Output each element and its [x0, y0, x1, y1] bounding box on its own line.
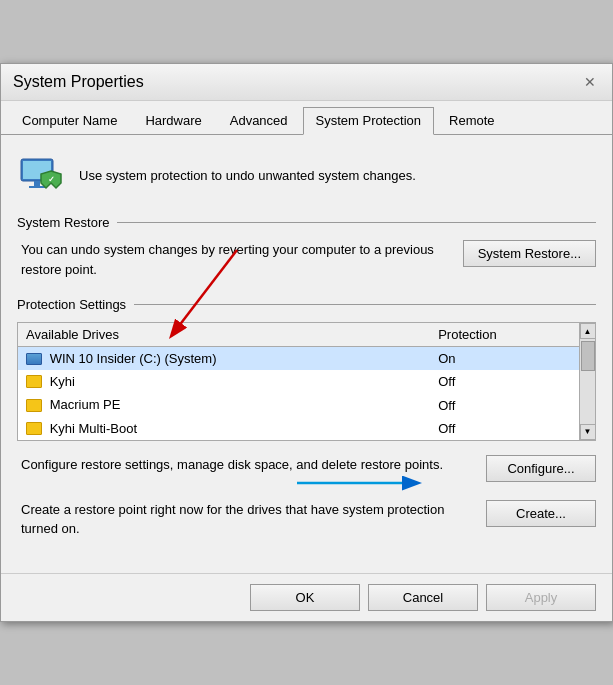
folder-icon [26, 375, 42, 388]
system-restore-desc: You can undo system changes by reverting… [21, 240, 447, 279]
tab-system-protection[interactable]: System Protection [303, 107, 435, 135]
col-drives: Available Drives [18, 323, 430, 347]
svg-rect-3 [29, 186, 45, 188]
info-banner: ✓ Use system protection to undo unwanted… [17, 151, 596, 199]
svg-rect-2 [34, 181, 40, 186]
scroll-thumb[interactable] [581, 341, 595, 371]
configure-desc: Configure restore settings, manage disk … [21, 455, 470, 475]
drive-protection: Off [430, 417, 579, 440]
table-row[interactable]: Kyhi Multi-Boot Off [18, 417, 579, 440]
system-protection-icon: ✓ [17, 151, 65, 199]
system-restore-body: You can undo system changes by reverting… [17, 240, 596, 279]
create-button[interactable]: Create... [486, 500, 596, 527]
table-row[interactable]: WIN 10 Insider (C:) (System) On [18, 347, 579, 371]
tab-bar: Computer Name Hardware Advanced System P… [1, 101, 612, 135]
configure-section: Configure restore settings, manage disk … [17, 455, 596, 482]
configure-button[interactable]: Configure... [486, 455, 596, 482]
tab-content: ✓ Use system protection to undo unwanted… [1, 135, 612, 572]
create-desc: Create a restore point right now for the… [21, 500, 470, 539]
table-row[interactable]: Macrium PE Off [18, 393, 579, 416]
system-restore-button[interactable]: System Restore... [463, 240, 596, 267]
col-protection: Protection [430, 323, 579, 347]
system-restore-divider [117, 222, 596, 223]
drive-protection: Off [430, 370, 579, 393]
close-button[interactable]: ✕ [580, 72, 600, 92]
drive-protection: On [430, 347, 579, 371]
apply-button[interactable]: Apply [486, 584, 596, 611]
ok-button[interactable]: OK [250, 584, 360, 611]
system-restore-title: System Restore [17, 215, 109, 230]
system-restore-header: System Restore [17, 215, 596, 230]
vertical-scrollbar[interactable]: ▲ ▼ [579, 323, 595, 439]
drives-table-container: Available Drives Protection WIN 10 Insid… [17, 322, 596, 440]
window-title: System Properties [13, 73, 144, 91]
tab-advanced[interactable]: Advanced [217, 107, 301, 134]
protection-settings-header: Protection Settings [17, 297, 596, 312]
drives-table: Available Drives Protection WIN 10 Insid… [18, 323, 579, 439]
scroll-track[interactable] [580, 339, 595, 423]
footer-buttons: OK Cancel Apply [1, 573, 612, 621]
scroll-up-arrow[interactable]: ▲ [580, 323, 596, 339]
create-section: Create a restore point right now for the… [17, 500, 596, 539]
hdd-icon [26, 353, 42, 365]
svg-text:✓: ✓ [48, 175, 55, 184]
table-row[interactable]: Kyhi Off [18, 370, 579, 393]
title-bar: System Properties ✕ [1, 64, 612, 101]
system-properties-window: System Properties ✕ Computer Name Hardwa… [0, 63, 613, 621]
drive-name: Kyhi [50, 374, 75, 389]
info-text: Use system protection to undo unwanted s… [79, 168, 416, 183]
folder-icon [26, 422, 42, 435]
folder-icon [26, 399, 42, 412]
tab-computer-name[interactable]: Computer Name [9, 107, 130, 134]
drive-name: WIN 10 Insider (C:) (System) [50, 351, 217, 366]
drive-name: Macrium PE [50, 397, 121, 412]
drive-name: Kyhi Multi-Boot [50, 421, 137, 436]
drive-protection: Off [430, 393, 579, 416]
cancel-button[interactable]: Cancel [368, 584, 478, 611]
tab-remote[interactable]: Remote [436, 107, 508, 134]
protection-settings-title: Protection Settings [17, 297, 126, 312]
tab-hardware[interactable]: Hardware [132, 107, 214, 134]
scroll-down-arrow[interactable]: ▼ [580, 424, 596, 440]
table-header-row: Available Drives Protection [18, 323, 579, 347]
protection-settings-divider [134, 304, 596, 305]
